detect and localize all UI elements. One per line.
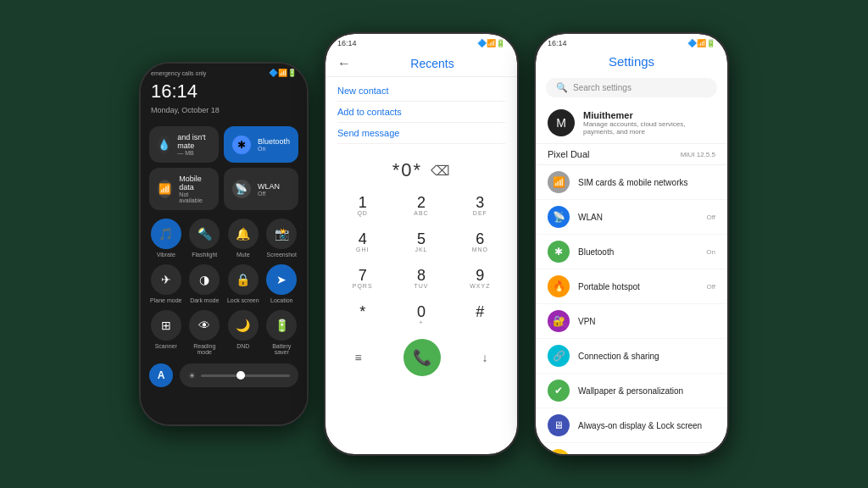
call-button[interactable]: 📞: [403, 339, 441, 376]
hotspot-status: Off: [706, 283, 715, 291]
vibrate-btn[interactable]: 🎵 Vibrate: [149, 219, 183, 258]
key-5[interactable]: 5 JKL: [392, 225, 449, 259]
wlan-status: Off: [706, 214, 715, 221]
mute-btn[interactable]: 🔔 Mute: [226, 219, 260, 258]
tile-bluetooth[interactable]: ✱ Bluetooth On: [224, 126, 298, 163]
settings-item-sim[interactable]: 📶 SIM cards & mobile networks: [536, 165, 727, 200]
location-icon: ➤: [266, 264, 297, 295]
reading-label: Reading mode: [188, 343, 222, 355]
dark-mode-btn[interactable]: ◑ Dark mode: [188, 264, 222, 303]
add-to-contacts-action[interactable]: Add to contacts: [337, 102, 505, 123]
key-3[interactable]: 3 DEF: [452, 188, 509, 223]
key-8-alpha: TUV: [414, 283, 428, 289]
key-5-num: 5: [417, 231, 426, 247]
plane-btn[interactable]: ✈ Plane mode: [149, 264, 183, 303]
aod-label: Always-on display & Lock screen: [578, 421, 715, 430]
battery-saver-label: Battery saver: [265, 343, 299, 355]
dialpad-menu-icon[interactable]: ≡: [354, 351, 361, 364]
reading-btn[interactable]: 👁 Reading mode: [188, 310, 222, 355]
numpad: 1 QD 2 ABC 3 DEF 4 GHI 5 JKL 6 MNO: [326, 188, 517, 332]
dialer-screen: 16:14 🔷📶🔋 ← Recents New contact Add to c…: [326, 34, 517, 454]
tile-data-sub: — MB: [177, 150, 210, 156]
key-0-num: 0: [417, 304, 426, 319]
key-4-alpha: GHI: [356, 247, 369, 252]
bluetooth-status: On: [706, 248, 715, 256]
key-9[interactable]: 9 WXYZ: [452, 261, 509, 296]
key-6[interactable]: 6 MNO: [452, 225, 509, 259]
hide-dialpad-icon[interactable]: ↓: [482, 351, 488, 364]
device-item[interactable]: Pixel Dual MIUI 12.5.5: [536, 144, 727, 165]
settings-title: Settings: [609, 54, 654, 69]
key-9-num: 9: [476, 268, 484, 283]
tile-mobile-label: Mobile data: [179, 175, 210, 191]
brightness-slider[interactable]: ☀: [180, 363, 298, 387]
settings-item-connection[interactable]: 🔗 Connection & sharing: [536, 339, 727, 374]
settings-item-wlan[interactable]: 📡 WLAN Off: [536, 200, 727, 235]
wlan-label: WLAN: [578, 213, 698, 222]
tile-bluetooth-icon: ✱: [232, 136, 251, 154]
tile-wlan[interactable]: 📡 WLAN Off: [224, 168, 298, 210]
vibrate-icon: 🎵: [151, 219, 181, 249]
user-avatar-1[interactable]: A: [149, 363, 173, 387]
phone-control-center: emergency calls only 🔷📶🔋 16:14 Monday, O…: [139, 62, 309, 426]
clock-time-1: 16:14: [141, 79, 307, 106]
settings-item-vpn[interactable]: 🔐 VPN: [536, 304, 727, 339]
key-2-alpha: ABC: [414, 210, 428, 216]
status-bar-1: emergency calls only 🔷📶🔋: [141, 64, 307, 79]
wallpaper-icon: ✔: [548, 380, 570, 402]
wlan-icon: 📡: [548, 206, 570, 228]
dnd-label: DND: [236, 343, 249, 349]
search-bar[interactable]: 🔍 Search settings: [546, 78, 717, 97]
backspace-button[interactable]: ⌫: [431, 163, 450, 179]
mute-icon: 🔔: [228, 219, 259, 249]
reading-icon: 👁: [189, 310, 220, 341]
battery-saver-icon: 🔋: [266, 310, 297, 341]
settings-item-bluetooth[interactable]: ✱ Bluetooth On: [536, 235, 727, 269]
key-3-num: 3: [476, 195, 484, 210]
back-button[interactable]: ←: [337, 56, 351, 71]
screenshot-btn[interactable]: 📸 Screenshot: [265, 219, 299, 258]
key-4[interactable]: 4 GHI: [334, 225, 391, 259]
bluetooth-label: Bluetooth: [578, 247, 698, 257]
key-hash[interactable]: #: [452, 297, 509, 332]
sim-icon: 📶: [548, 171, 570, 193]
settings-item-aod[interactable]: 🖥 Always-on display & Lock screen: [536, 408, 727, 443]
location-label: Location: [270, 297, 292, 303]
location-btn[interactable]: ➤ Location: [265, 264, 299, 303]
scanner-btn[interactable]: ⊞ Scanner: [149, 310, 183, 355]
battery-saver-btn[interactable]: 🔋 Battery saver: [265, 310, 299, 355]
dial-number: *0*: [392, 159, 422, 181]
flashlight-btn[interactable]: 🔦 Flashlight: [188, 219, 222, 258]
send-message-action[interactable]: Send message: [337, 123, 505, 144]
notification-text: emergency calls only: [151, 70, 206, 76]
scanner-label: Scanner: [155, 343, 177, 349]
key-2[interactable]: 2 ABC: [392, 188, 449, 223]
key-8[interactable]: 8 TUV: [392, 261, 449, 296]
key-star[interactable]: *: [334, 297, 391, 332]
key-7[interactable]: 7 PQRS: [334, 261, 391, 296]
key-0-alpha: +: [419, 319, 423, 325]
profile-item[interactable]: M Miuithemer Manage accounts, cloud serv…: [536, 103, 727, 144]
new-contact-action[interactable]: New contact: [337, 80, 505, 102]
tile-mobile-data[interactable]: 📶 Mobile data Not available: [149, 168, 219, 210]
dnd-btn[interactable]: 🌙 DND: [226, 310, 260, 355]
key-0[interactable]: 0 +: [392, 297, 449, 332]
lock-screen-btn[interactable]: 🔒 Lock screen: [226, 264, 260, 303]
tile-wlan-label: WLAN: [258, 182, 280, 191]
recents-title: Recents: [359, 57, 505, 70]
key-6-alpha: MNO: [472, 247, 488, 252]
dark-mode-icon: ◑: [189, 264, 220, 295]
dialer-header: ← Recents: [326, 49, 517, 77]
key-4-num: 4: [359, 231, 367, 247]
settings-item-hotspot[interactable]: 🔥 Portable hotspot Off: [536, 269, 727, 304]
profile-sub: Manage accounts, cloud services, payment…: [583, 120, 715, 136]
icon-row-2: ✈ Plane mode ◑ Dark mode 🔒 Lock screen ➤…: [141, 261, 307, 307]
key-1[interactable]: 1 QD: [334, 188, 391, 223]
tile-data-icon: 💧: [158, 136, 170, 154]
dialer-bottom-bar: ≡ 📞 ↓: [326, 332, 517, 383]
settings-item-wallpaper[interactable]: ✔ Wallpaper & personalization: [536, 374, 727, 408]
flashlight-icon: 🔦: [189, 219, 220, 249]
tile-data[interactable]: 💧 and isn't mate — MB: [149, 126, 219, 163]
settings-item-display[interactable]: ☀ Display: [536, 443, 727, 454]
device-name: Pixel Dual: [548, 149, 590, 159]
